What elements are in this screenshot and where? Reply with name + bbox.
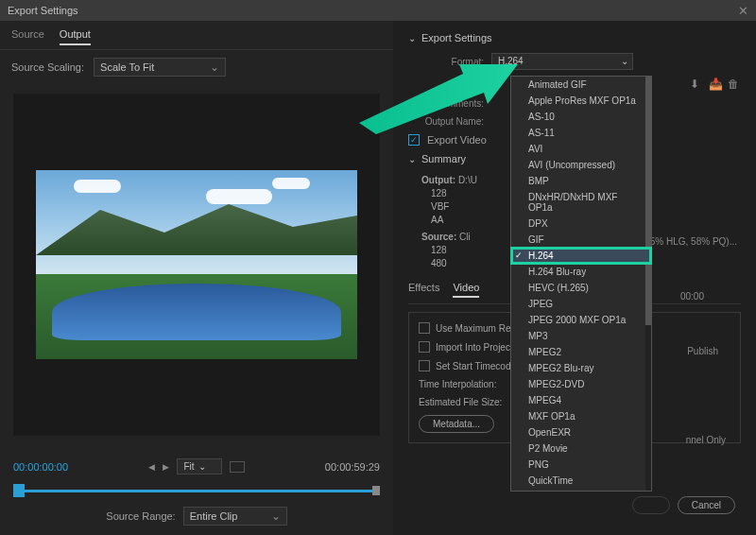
- import-project-label: Import Into Project: [436, 342, 513, 353]
- scaling-row: Source Scaling: Scale To Fit: [0, 50, 393, 84]
- format-option-mpeg2[interactable]: MPEG2: [511, 344, 651, 360]
- format-label: Format:: [408, 57, 484, 67]
- export-settings-title: Export Settings: [421, 32, 492, 43]
- format-value: H.264: [498, 56, 524, 66]
- format-dropdown-menu[interactable]: Animated GIFApple ProRes MXF OP1aAS-10AS…: [510, 76, 652, 492]
- format-row: Format: H.264: [408, 53, 741, 70]
- comments-label: Comments:: [408, 98, 484, 109]
- format-option-mpeg2-dvd[interactable]: MPEG2-DVD: [511, 376, 651, 392]
- format-option-apple-prores-mxf-op1a[interactable]: Apple ProRes MXF OP1a: [511, 93, 651, 109]
- timeline-slider[interactable]: [13, 484, 380, 497]
- set-start-tc-label: Set Start Timecode: [436, 361, 516, 371]
- next-frame-icon[interactable]: ▶: [163, 462, 169, 472]
- channel-only-text: nnel Only: [686, 435, 726, 445]
- est-size-label: Estimated File Size:: [419, 397, 502, 407]
- format-option-mpeg4[interactable]: MPEG4: [511, 392, 651, 408]
- left-panel: Source Output Source Scaling: Scale To F…: [0, 21, 393, 535]
- hlg-pq-text: 5% HLG, 58% PQ)...: [650, 236, 737, 247]
- scaling-label: Source Scaling:: [11, 61, 84, 73]
- summary-title: Summary: [421, 153, 466, 164]
- source-range-label: Source Range:: [106, 510, 175, 522]
- tab-publish[interactable]: Publish: [687, 346, 718, 356]
- tab-output[interactable]: Output: [60, 28, 91, 45]
- scaling-dropdown[interactable]: Scale To Fit: [94, 58, 226, 77]
- format-option-avi[interactable]: AVI: [511, 141, 651, 157]
- output-name-label: Output Name:: [408, 116, 484, 127]
- tab-video[interactable]: Video: [453, 282, 479, 298]
- source-range-dropdown[interactable]: Entire Clip: [183, 507, 287, 526]
- format-option-png[interactable]: PNG: [511, 457, 651, 473]
- format-option-mxf-op1a[interactable]: MXF OP1a: [511, 408, 651, 424]
- format-option-dpx[interactable]: DPX: [511, 216, 651, 232]
- use-max-label: Use Maximum Ren: [436, 323, 516, 334]
- source-end-time: 00:00: [680, 291, 704, 302]
- transport-section: 00:00:00:00 ◀ ▶ Fit 00:00:59:29 Source R: [0, 445, 393, 535]
- tab-effects[interactable]: Effects: [408, 282, 439, 298]
- prev-frame-icon[interactable]: ◀: [148, 462, 155, 472]
- output-info-label: Output:: [421, 175, 455, 185]
- source-info-label: Source:: [421, 232, 456, 242]
- preview-tabs: Source Output: [0, 21, 393, 50]
- preset-label: Preset:: [408, 79, 484, 90]
- time-row: 00:00:00:00 ◀ ▶ Fit 00:00:59:29: [13, 453, 380, 480]
- queue-button[interactable]: [632, 496, 670, 514]
- preview-area: [13, 94, 380, 436]
- import-project-checkbox[interactable]: [419, 341, 430, 353]
- format-dropdown[interactable]: H.264: [491, 53, 633, 70]
- format-option-quicktime[interactable]: QuickTime: [511, 473, 651, 489]
- format-option-h-264[interactable]: H.264: [511, 248, 651, 264]
- format-option-openexr[interactable]: OpenEXR: [511, 424, 651, 440]
- chevron-down-icon: ⌄: [408, 154, 416, 164]
- out-point[interactable]: [372, 486, 380, 495]
- format-option-p2-movie[interactable]: P2 Movie: [511, 440, 651, 457]
- export-video-checkbox[interactable]: ✓: [408, 134, 420, 146]
- source-range-value: Entire Clip: [190, 510, 238, 522]
- export-video-label: Export Video: [427, 134, 487, 146]
- playhead[interactable]: [13, 484, 25, 497]
- export-settings-header[interactable]: ⌄ Export Settings: [408, 32, 741, 43]
- import-preset-icon[interactable]: 📥: [709, 78, 722, 91]
- zoom-dropdown[interactable]: Fit: [177, 458, 221, 475]
- tab-source[interactable]: Source: [11, 28, 44, 45]
- use-max-checkbox[interactable]: [419, 322, 430, 334]
- scaling-value: Scale To Fit: [100, 61, 154, 73]
- format-option-as-10[interactable]: AS-10: [511, 109, 651, 125]
- window-title: Export Settings: [8, 5, 78, 16]
- time-end: 00:00:59:29: [325, 461, 380, 473]
- format-option-gif[interactable]: GIF: [511, 232, 651, 248]
- time-interp-label: Time Interpolation:: [419, 379, 496, 389]
- cancel-button[interactable]: Cancel: [678, 496, 735, 514]
- format-option-as-11[interactable]: AS-11: [511, 125, 651, 141]
- format-option-bmp[interactable]: BMP: [511, 173, 651, 189]
- format-option-h-264-blu-ray[interactable]: H.264 Blu-ray: [511, 264, 651, 280]
- format-option-dnxhr-dnxhd-mxf-op1a[interactable]: DNxHR/DNxHD MXF OP1a: [511, 189, 651, 216]
- format-option-hevc-h-265-[interactable]: HEVC (H.265): [511, 280, 651, 296]
- save-preset-icon[interactable]: ⬇: [690, 78, 703, 91]
- format-option-jpeg-2000-mxf-op1a[interactable]: JPEG 2000 MXF OP1a: [511, 312, 651, 328]
- aspect-icon[interactable]: [230, 461, 245, 473]
- close-icon[interactable]: ✕: [738, 4, 748, 18]
- source-range-row: Source Range: Entire Clip: [13, 501, 380, 527]
- format-option-avi-uncompressed-[interactable]: AVI (Uncompressed): [511, 157, 651, 173]
- format-option-mpeg2-blu-ray[interactable]: MPEG2 Blu-ray: [511, 360, 651, 376]
- chevron-down-icon: ⌄: [408, 33, 416, 43]
- format-option-targa[interactable]: Targa: [511, 489, 651, 492]
- titlebar: Export Settings ✕: [0, 0, 756, 21]
- format-option-animated-gif[interactable]: Animated GIF: [511, 77, 651, 93]
- format-option-jpeg[interactable]: JPEG: [511, 296, 651, 312]
- metadata-button[interactable]: Metadata...: [419, 415, 494, 433]
- set-start-tc-checkbox[interactable]: [419, 360, 430, 371]
- time-start[interactable]: 00:00:00:00: [13, 461, 68, 473]
- delete-preset-icon[interactable]: 🗑: [728, 78, 741, 91]
- video-preview[interactable]: [36, 170, 357, 359]
- format-option-mp3[interactable]: MP3: [511, 328, 651, 344]
